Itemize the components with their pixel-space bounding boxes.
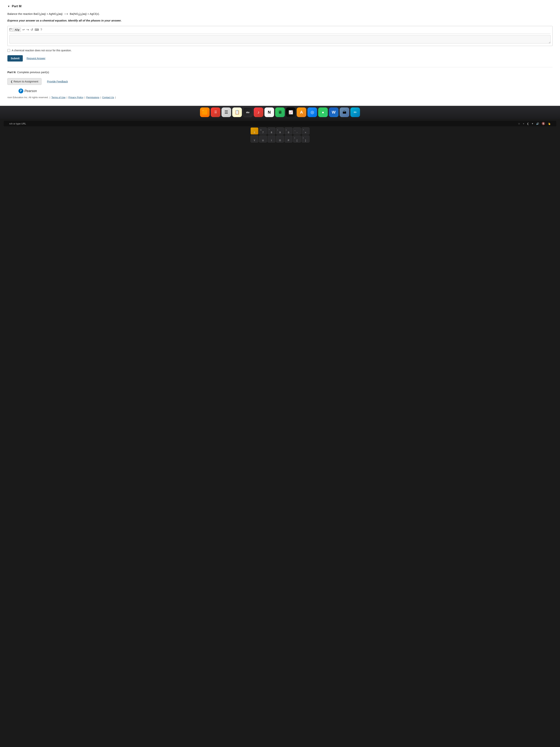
- terms-of-use-link[interactable]: Terms of Use: [51, 96, 65, 99]
- main-content: ▼ Part M Balance the reaction BaCl2(aq) …: [0, 0, 560, 106]
- keyboard-area: rch or type URL ☆ + ❮ ✦ 🔊 🔇 👆 ^ 6 & 7 *: [0, 119, 560, 747]
- key-i[interactable]: I: [268, 135, 275, 143]
- collapse-arrow[interactable]: ▼: [7, 5, 10, 8]
- undo-icon[interactable]: ↩: [22, 28, 25, 32]
- action-buttons: Submit Request Answer: [7, 55, 553, 61]
- macos-dock: 🟧 ⠿ ☰ 📋 étv ♪ N 🖥 📈 A ◎ ● W: [0, 106, 560, 119]
- letter-key-row: Y U I O P { [ } ]: [250, 135, 310, 143]
- dock-item-tv[interactable]: étv: [243, 107, 252, 117]
- dock-item-orange[interactable]: 🟧: [200, 107, 210, 117]
- key-p[interactable]: P: [285, 135, 292, 143]
- part-n-header: Part N Complete previous part(s): [7, 71, 553, 74]
- touch-bar-left: rch or type URL: [9, 122, 26, 125]
- key-0[interactable]: ) 0: [285, 127, 292, 134]
- dock-item-news[interactable]: N: [264, 107, 274, 117]
- no-reaction-checkbox-row: A chemical reaction does not occur for t…: [7, 49, 553, 52]
- touch-bar-plus[interactable]: +: [523, 122, 524, 125]
- answer-input[interactable]: [9, 35, 551, 44]
- key-o[interactable]: O: [276, 135, 284, 143]
- key-9[interactable]: ( 9: [276, 127, 284, 134]
- dock-item-safari[interactable]: ◎: [308, 107, 317, 117]
- dock-item-draw[interactable]: ✏: [350, 107, 360, 117]
- key-y[interactable]: Y: [250, 135, 258, 143]
- no-reaction-checkbox[interactable]: [7, 49, 10, 52]
- key-bracket-left[interactable]: { [: [293, 135, 301, 143]
- contact-us-link[interactable]: Contact Us: [102, 96, 114, 99]
- question-line1: Balance the reaction BaCl2(aq) + AgNO3(a…: [7, 12, 553, 17]
- keyboard-icon[interactable]: ⌨: [35, 28, 39, 31]
- permissions-link[interactable]: Permissions: [86, 96, 100, 99]
- touch-bar-url: rch or type URL: [9, 122, 26, 125]
- dock-item-list[interactable]: ☰: [221, 107, 231, 117]
- part-m-title: Part M: [12, 4, 22, 8]
- return-to-assignment-button[interactable]: ❮ Return to Assignment: [7, 78, 42, 85]
- key-u[interactable]: U: [259, 135, 267, 143]
- pearson-name: Pearson: [24, 89, 37, 93]
- submit-button[interactable]: Submit: [7, 55, 23, 61]
- touch-bar-back[interactable]: ❮: [527, 122, 529, 125]
- key-8[interactable]: * 8: [268, 127, 275, 134]
- help-icon[interactable]: ?: [41, 28, 42, 31]
- touch-bar-siri[interactable]: 👆: [548, 122, 551, 125]
- insert-icon[interactable]: [9, 28, 13, 31]
- number-key-row: ^ 6 & 7 * 8 ( 9 ) 0 _ -: [250, 127, 310, 134]
- touch-bar-star[interactable]: ☆: [518, 122, 520, 125]
- request-answer-button[interactable]: Request Answer: [26, 57, 45, 60]
- pearson-logo: P Pearson: [19, 88, 553, 93]
- dock-item-scenery[interactable]: 🏔: [340, 107, 349, 117]
- dock-item-notes[interactable]: 📋: [232, 107, 242, 117]
- dock-item-monitor[interactable]: 🖥: [275, 107, 285, 117]
- dock-item-facetime[interactable]: ●: [318, 107, 328, 117]
- reload-icon[interactable]: ↺: [31, 28, 33, 32]
- question-instruction: Express your answer as a chemical equati…: [7, 19, 553, 23]
- pearson-circle-icon: P: [19, 88, 23, 93]
- part-m-header: ▼ Part M: [7, 4, 553, 8]
- math-toolbar-btn[interactable]: AΣφ: [13, 28, 21, 32]
- key-7[interactable]: & 7: [259, 127, 267, 134]
- provide-feedback-button[interactable]: Provide Feedback: [47, 80, 68, 83]
- answer-toolbar: AΣφ ↩ ↪ ↺ ⌨ ?: [9, 28, 551, 33]
- touch-bar: rch or type URL ☆ + ❮ ✦ 🔊 🔇 👆: [4, 121, 556, 126]
- no-reaction-label: A chemical reaction does not occur for t…: [12, 49, 72, 52]
- dock-item-reminders[interactable]: A: [297, 107, 306, 117]
- dock-item-word[interactable]: W: [329, 107, 339, 117]
- touch-bar-volume-up[interactable]: 🔊: [536, 122, 539, 125]
- navigation-row: ❮ Return to Assignment Provide Feedback: [7, 78, 553, 85]
- touch-bar-right: ☆ + ❮ ✦ 🔊 🔇 👆: [518, 122, 551, 125]
- key-equals[interactable]: + =: [302, 127, 310, 134]
- redo-icon[interactable]: ↪: [26, 28, 29, 32]
- answer-box: AΣφ ↩ ↪ ↺ ⌨ ?: [7, 26, 553, 46]
- key-minus[interactable]: _ -: [293, 127, 301, 134]
- keyboard: ^ 6 & 7 * 8 ( 9 ) 0 _ -: [4, 127, 556, 143]
- touch-bar-settings[interactable]: ✦: [532, 122, 534, 125]
- privacy-policy-link[interactable]: Privacy Policy: [68, 96, 83, 99]
- dock-item-music[interactable]: ♪: [254, 107, 263, 117]
- dock-item-stocks[interactable]: 📈: [286, 107, 296, 117]
- footer-links: rson Education Inc. All rights reserved.…: [7, 96, 553, 99]
- key-bracket-right[interactable]: } ]: [302, 135, 310, 143]
- touch-bar-mute[interactable]: 🔇: [542, 122, 545, 125]
- dock-item-redapp[interactable]: ⠿: [211, 107, 220, 117]
- key-6[interactable]: ^ 6: [250, 127, 258, 134]
- footer-copyright: rson Education Inc. All rights reserved.: [7, 96, 49, 99]
